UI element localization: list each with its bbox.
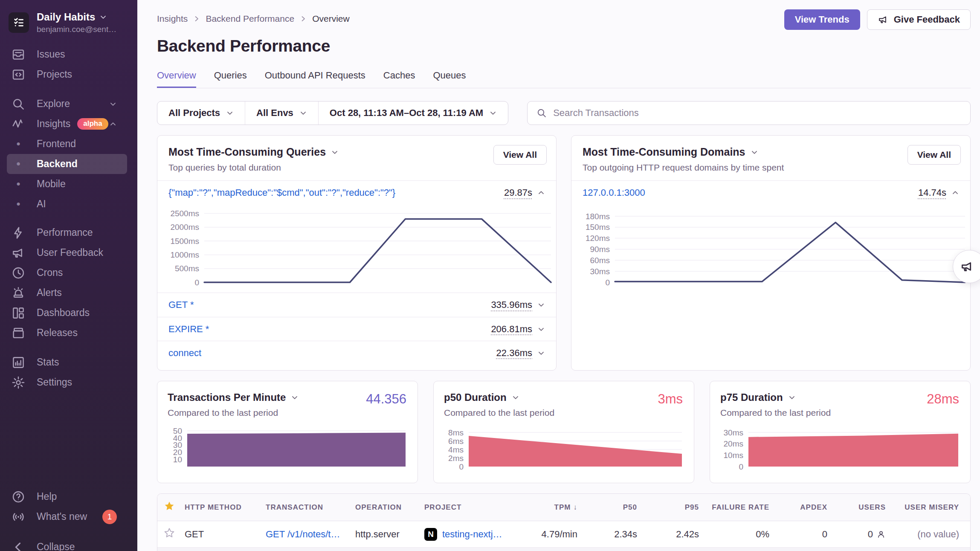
broadcast-icon: [11, 510, 26, 524]
siren-icon: [11, 286, 26, 300]
tab-queues[interactable]: Queues: [433, 70, 466, 88]
column-header-transaction[interactable]: TRANSACTION: [266, 503, 355, 512]
query-row: GET * 335.96ms: [157, 293, 556, 317]
sidebar-item-performance[interactable]: Performance: [7, 223, 127, 243]
tpm-chart: 1020304050: [168, 425, 407, 473]
checklist-icon: [12, 16, 26, 29]
chevron-down-icon[interactable]: [751, 148, 758, 156]
user-misery-cell: (no value): [889, 529, 970, 540]
column-header-operation[interactable]: OPERATION: [355, 503, 424, 512]
chevron-down-icon[interactable]: [331, 148, 339, 156]
http-method-cell: GET: [185, 529, 266, 540]
sidebar-item-dashboards[interactable]: Dashboards: [7, 303, 127, 323]
column-header-p50[interactable]: P50: [581, 503, 641, 512]
sidebar-item-help[interactable]: Help: [7, 487, 127, 507]
sidebar-item-issues[interactable]: Issues: [7, 44, 127, 64]
star-filled-icon: [163, 500, 176, 513]
view-trends-button[interactable]: View Trends: [784, 9, 860, 30]
sidebar-item-settings[interactable]: Settings: [7, 372, 127, 392]
org-name: Daily Habits: [37, 11, 95, 23]
megaphone-icon: [960, 259, 974, 274]
sidebar-item-backend[interactable]: Backend: [7, 154, 127, 174]
project-link[interactable]: testing-nextj…: [442, 529, 502, 540]
breadcrumb-insights[interactable]: Insights: [157, 14, 188, 24]
search-icon: [11, 97, 26, 111]
sidebar-item-crons[interactable]: Crons: [7, 263, 127, 283]
org-switcher[interactable]: Daily Habits benjamin.coe@sent…: [0, 0, 137, 34]
breadcrumb-backend-performance[interactable]: Backend Performance: [206, 14, 294, 24]
failure-rate-cell: 0%: [702, 529, 773, 540]
chevron-down-icon: [226, 109, 234, 117]
domains-view-all-button[interactable]: View All: [908, 145, 961, 165]
query-total-time[interactable]: 335.96ms: [491, 299, 545, 310]
chevron-left-icon: [11, 540, 26, 551]
chevron-right-icon: [193, 15, 200, 23]
query-total-time[interactable]: 29.87s: [504, 187, 545, 198]
sidebar-item-whats-new[interactable]: What's new 1: [7, 507, 127, 527]
chevron-down-icon[interactable]: [512, 394, 519, 401]
date-range-filter[interactable]: Oct 28, 11:13 AM–Oct 28, 11:19 AM: [319, 102, 508, 125]
chevron-right-icon: [299, 15, 307, 23]
sidebar-item-stats[interactable]: Stats: [7, 352, 127, 372]
sidebar-item-insights[interactable]: Insights alpha: [7, 114, 127, 134]
query-link[interactable]: connect: [168, 348, 201, 359]
sidebar-item-frontend[interactable]: Frontend: [7, 134, 127, 154]
lightning-icon: [11, 226, 26, 240]
query-total-time[interactable]: 206.81ms: [491, 324, 545, 335]
domain-link[interactable]: 127.0.0.1:3000: [583, 187, 645, 198]
column-header-p95[interactable]: P95: [641, 503, 702, 512]
column-header-tpm[interactable]: TPM ↓: [522, 503, 581, 512]
star-cell[interactable]: [157, 527, 185, 542]
whats-new-count-badge: 1: [102, 510, 117, 524]
star-column-header[interactable]: [157, 500, 185, 515]
environment-filter[interactable]: All Envs: [245, 102, 318, 125]
sidebar-item-releases[interactable]: Releases: [7, 323, 127, 343]
table-row: GET GET /v1/notes/t… http.server N testi…: [157, 521, 970, 548]
sidebar-item-alerts[interactable]: Alerts: [7, 283, 127, 303]
tab-queries[interactable]: Queries: [214, 70, 247, 88]
give-feedback-button[interactable]: Give Feedback: [867, 9, 971, 30]
tab-overview[interactable]: Overview: [157, 70, 196, 88]
transactions-per-minute-panel: Transactions Per Minute 44.356 Compared …: [157, 381, 418, 483]
column-header-user-misery[interactable]: USER MISERY: [889, 503, 970, 512]
svg-text:60ms: 60ms: [590, 256, 610, 265]
stats-icon: [11, 355, 26, 370]
domains-panel-subtitle: Top outgoing HTTP request domains by tim…: [583, 162, 959, 173]
domain-total-time[interactable]: 14.74s: [918, 187, 959, 198]
project-filter[interactable]: All Projects: [157, 102, 245, 125]
sidebar-item-user-feedback[interactable]: User Feedback: [7, 243, 127, 263]
tab-caches[interactable]: Caches: [383, 70, 415, 88]
sidebar-item-projects[interactable]: Projects: [7, 64, 127, 84]
query-total-time[interactable]: 22.36ms: [496, 348, 545, 359]
query-row: connect 22.36ms: [157, 341, 556, 365]
search-transactions-input[interactable]: [553, 107, 962, 119]
queries-view-all-button[interactable]: View All: [493, 145, 547, 165]
p50-value: 3ms: [658, 392, 683, 407]
sidebar-item-explore[interactable]: Explore: [7, 94, 127, 114]
transactions-table: HTTP METHOD TRANSACTION OPERATION PROJEC…: [157, 493, 971, 551]
query-link[interactable]: {"map":"?","mapReduce":"$cmd","out":"?",…: [168, 187, 395, 198]
tab-outbound-api-requests[interactable]: Outbound API Requests: [265, 70, 365, 88]
chevron-down-icon: [299, 109, 307, 117]
sidebar-item-mobile[interactable]: Mobile: [7, 174, 127, 194]
chevron-down-icon[interactable]: [788, 394, 796, 401]
chevron-down-icon: [109, 100, 117, 108]
search-transactions-box: [527, 101, 971, 125]
column-header-http-method[interactable]: HTTP METHOD: [185, 503, 266, 512]
sidebar-nav: Issues Projects Explore Insights alpha F…: [0, 44, 137, 392]
column-header-apdex[interactable]: APDEX: [773, 503, 831, 512]
column-header-failure-rate[interactable]: FAILURE RATE: [702, 503, 773, 512]
queries-duration-chart: 0500ms1000ms1500ms2000ms2500ms: [168, 206, 553, 288]
most-time-consuming-queries-panel: Most Time-Consuming Queries Top queries …: [157, 135, 557, 371]
column-header-project[interactable]: PROJECT: [424, 503, 522, 512]
query-row: EXPIRE * 206.81ms: [157, 317, 556, 341]
help-icon: [11, 490, 26, 504]
query-link[interactable]: GET *: [168, 299, 194, 310]
megaphone-icon: [11, 246, 26, 260]
sidebar-item-collapse[interactable]: Collapse: [7, 537, 127, 551]
query-link[interactable]: EXPIRE *: [168, 324, 209, 335]
chevron-down-icon[interactable]: [291, 394, 299, 401]
transaction-link[interactable]: GET /v1/notes/t…: [266, 529, 340, 539]
sidebar-item-ai[interactable]: AI: [7, 194, 127, 214]
column-header-users[interactable]: USERS: [831, 503, 889, 512]
